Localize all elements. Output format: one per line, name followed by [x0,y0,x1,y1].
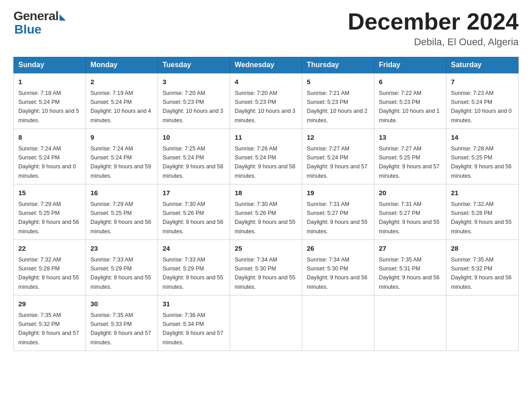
cell-info: Sunrise: 7:35 AMSunset: 5:33 PMDaylight:… [90,312,151,346]
cell-info: Sunrise: 7:27 AMSunset: 5:24 PMDaylight:… [307,146,368,179]
cell-info: Sunrise: 7:31 AMSunset: 5:27 PMDaylight:… [379,201,440,235]
cell-info: Sunrise: 7:31 AMSunset: 5:27 PMDaylight:… [307,201,368,235]
calendar-cell: 2Sunrise: 7:19 AMSunset: 5:24 PMDaylight… [86,73,158,129]
calendar-cell: 12Sunrise: 7:27 AMSunset: 5:24 PMDayligh… [302,129,374,184]
day-number: 29 [18,299,81,309]
cell-info: Sunrise: 7:23 AMSunset: 5:24 PMDaylight:… [451,90,512,124]
day-number: 6 [379,77,442,87]
day-number: 14 [451,133,514,143]
day-number: 22 [18,244,81,254]
cell-info: Sunrise: 7:25 AMSunset: 5:24 PMDaylight:… [163,146,223,179]
cell-info: Sunrise: 7:36 AMSunset: 5:34 PMDaylight:… [163,312,223,346]
calendar-week-1: 1Sunrise: 7:18 AMSunset: 5:24 PMDaylight… [14,73,519,129]
cell-info: Sunrise: 7:24 AMSunset: 5:24 PMDaylight:… [18,146,76,179]
day-number: 21 [451,188,514,198]
calendar-cell: 20Sunrise: 7:31 AMSunset: 5:27 PMDayligh… [374,184,446,240]
day-number: 10 [163,133,225,143]
day-number: 23 [90,244,153,254]
day-number: 9 [90,133,153,143]
cell-info: Sunrise: 7:35 AMSunset: 5:31 PMDaylight:… [379,257,440,290]
day-number: 27 [379,244,442,254]
day-number: 1 [18,77,81,87]
calendar-week-3: 15Sunrise: 7:29 AMSunset: 5:25 PMDayligh… [14,184,519,240]
calendar-table: SundayMondayTuesdayWednesdayThursdayFrid… [13,57,519,351]
calendar-cell: 21Sunrise: 7:32 AMSunset: 5:28 PMDayligh… [446,184,519,240]
day-header-thursday: Thursday [302,57,374,73]
cell-info: Sunrise: 7:33 AMSunset: 5:29 PMDaylight:… [163,257,223,290]
day-number: 11 [235,133,297,143]
cell-info: Sunrise: 7:35 AMSunset: 5:32 PMDaylight:… [18,312,79,346]
cell-info: Sunrise: 7:28 AMSunset: 5:25 PMDaylight:… [451,146,512,179]
cell-info: Sunrise: 7:20 AMSunset: 5:23 PMDaylight:… [163,90,223,124]
calendar-cell: 8Sunrise: 7:24 AMSunset: 5:24 PMDaylight… [14,129,86,184]
day-number: 15 [18,188,81,198]
day-number: 30 [90,299,153,309]
calendar-cell [446,295,519,351]
calendar-cell: 15Sunrise: 7:29 AMSunset: 5:25 PMDayligh… [14,184,86,240]
day-number: 18 [235,188,297,198]
day-number: 19 [307,188,369,198]
day-number: 16 [90,188,153,198]
cell-info: Sunrise: 7:32 AMSunset: 5:28 PMDaylight:… [451,201,512,235]
calendar-cell [302,295,374,351]
cell-info: Sunrise: 7:29 AMSunset: 5:25 PMDaylight:… [18,201,79,235]
logo-general-text: General [13,9,59,23]
cell-info: Sunrise: 7:18 AMSunset: 5:24 PMDaylight:… [18,90,79,124]
day-header-friday: Friday [374,57,446,73]
day-number: 17 [163,188,225,198]
calendar-cell: 22Sunrise: 7:32 AMSunset: 5:28 PMDayligh… [14,240,86,295]
calendar-cell: 7Sunrise: 7:23 AMSunset: 5:24 PMDaylight… [446,73,519,129]
day-number: 13 [379,133,442,143]
cell-info: Sunrise: 7:21 AMSunset: 5:23 PMDaylight:… [307,90,368,124]
day-number: 4 [235,77,297,87]
cell-info: Sunrise: 7:32 AMSunset: 5:28 PMDaylight:… [18,257,79,290]
day-header-wednesday: Wednesday [230,57,302,73]
day-header-sunday: Sunday [14,57,86,73]
calendar-cell: 14Sunrise: 7:28 AMSunset: 5:25 PMDayligh… [446,129,519,184]
calendar-cell: 17Sunrise: 7:30 AMSunset: 5:26 PMDayligh… [158,184,230,240]
calendar-cell: 25Sunrise: 7:34 AMSunset: 5:30 PMDayligh… [230,240,302,295]
day-number: 12 [307,133,369,143]
cell-info: Sunrise: 7:33 AMSunset: 5:29 PMDaylight:… [90,257,151,290]
day-number: 28 [451,244,514,254]
day-number: 3 [163,77,225,87]
cell-info: Sunrise: 7:30 AMSunset: 5:26 PMDaylight:… [235,201,296,235]
day-number: 26 [307,244,369,254]
day-number: 20 [379,188,442,198]
calendar-subtitle: Debila, El Oued, Algeria [348,36,519,48]
calendar-cell: 31Sunrise: 7:36 AMSunset: 5:34 PMDayligh… [158,295,230,351]
cell-info: Sunrise: 7:20 AMSunset: 5:23 PMDaylight:… [235,90,296,124]
cell-info: Sunrise: 7:29 AMSunset: 5:25 PMDaylight:… [90,201,151,235]
day-number: 2 [90,77,153,87]
logo-arrow-icon [60,14,66,21]
day-number: 24 [163,244,225,254]
calendar-cell: 30Sunrise: 7:35 AMSunset: 5:33 PMDayligh… [86,295,158,351]
calendar-cell: 9Sunrise: 7:24 AMSunset: 5:24 PMDaylight… [86,129,158,184]
calendar-header-row: SundayMondayTuesdayWednesdayThursdayFrid… [14,57,519,73]
calendar-cell: 23Sunrise: 7:33 AMSunset: 5:29 PMDayligh… [86,240,158,295]
title-section: December 2024 Debila, El Oued, Algeria [348,9,519,48]
calendar-cell: 11Sunrise: 7:26 AMSunset: 5:24 PMDayligh… [230,129,302,184]
cell-info: Sunrise: 7:34 AMSunset: 5:30 PMDaylight:… [307,257,368,290]
day-number: 31 [163,299,225,309]
day-number: 5 [307,77,369,87]
calendar-cell: 16Sunrise: 7:29 AMSunset: 5:25 PMDayligh… [86,184,158,240]
calendar-cell: 5Sunrise: 7:21 AMSunset: 5:23 PMDaylight… [302,73,374,129]
header: General Blue December 2024 Debila, El Ou… [13,9,519,48]
calendar-cell: 13Sunrise: 7:27 AMSunset: 5:25 PMDayligh… [374,129,446,184]
cell-info: Sunrise: 7:30 AMSunset: 5:26 PMDaylight:… [163,201,223,235]
calendar-cell: 19Sunrise: 7:31 AMSunset: 5:27 PMDayligh… [302,184,374,240]
day-number: 8 [18,133,81,143]
calendar-cell: 24Sunrise: 7:33 AMSunset: 5:29 PMDayligh… [158,240,230,295]
cell-info: Sunrise: 7:19 AMSunset: 5:24 PMDaylight:… [90,90,151,124]
calendar-cell: 18Sunrise: 7:30 AMSunset: 5:26 PMDayligh… [230,184,302,240]
calendar-cell: 10Sunrise: 7:25 AMSunset: 5:24 PMDayligh… [158,129,230,184]
cell-info: Sunrise: 7:22 AMSunset: 5:23 PMDaylight:… [379,90,440,124]
calendar-cell: 6Sunrise: 7:22 AMSunset: 5:23 PMDaylight… [374,73,446,129]
calendar-cell [230,295,302,351]
calendar-cell: 29Sunrise: 7:35 AMSunset: 5:32 PMDayligh… [14,295,86,351]
logo-blue-text: Blue [14,22,42,37]
calendar-cell: 26Sunrise: 7:34 AMSunset: 5:30 PMDayligh… [302,240,374,295]
calendar-cell: 1Sunrise: 7:18 AMSunset: 5:24 PMDaylight… [14,73,86,129]
day-header-saturday: Saturday [446,57,519,73]
